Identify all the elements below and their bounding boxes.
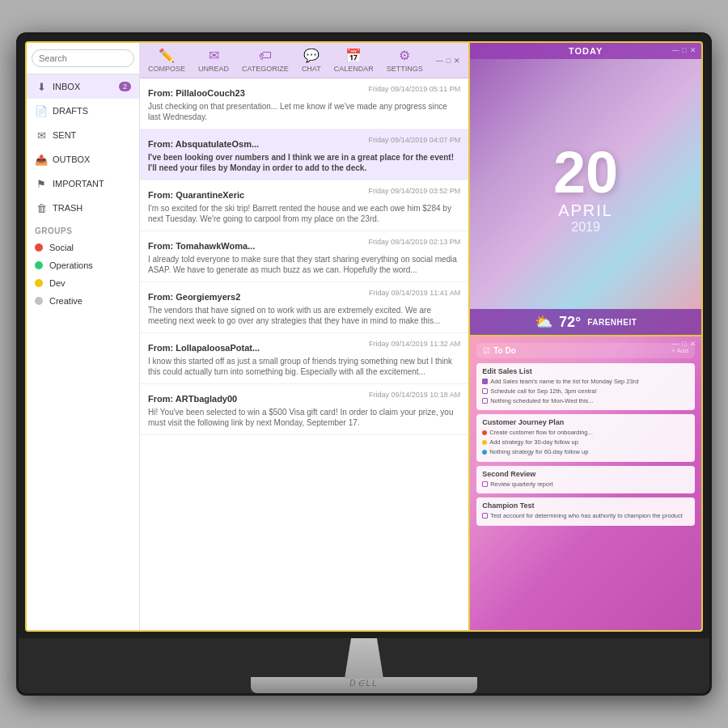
- todo-check-0-2[interactable]: [482, 398, 488, 404]
- todo-minimize[interactable]: —: [672, 340, 679, 348]
- unread-button[interactable]: ✉ UNREAD: [198, 48, 229, 73]
- email-item-1[interactable]: From: AbsquatulateOsm... Friday 09/14/20…: [140, 129, 468, 180]
- trash-icon: 🗑: [35, 201, 48, 214]
- dev-dot: [35, 279, 43, 287]
- calendar-month: APRIL: [558, 201, 613, 220]
- email-preview-4: The vendors that have signed on to work …: [148, 305, 460, 326]
- todo-card-title-0: Edit Sales List: [482, 367, 689, 375]
- todo-card-title-2: Second Review: [482, 470, 689, 478]
- sidebar-item-drafts[interactable]: 📄 DRAFTS: [27, 99, 139, 123]
- todo-dot-1-1: [482, 440, 487, 445]
- calendar-button[interactable]: 📅 CALENDAR: [334, 48, 374, 73]
- todo-card-item-2-0: Review quarterly report: [482, 480, 689, 489]
- chat-icon: 💬: [303, 48, 320, 63]
- email-date-6: Friday 09/14/2019 10:18 AM: [369, 391, 460, 399]
- outbox-label: OUTBOX: [53, 154, 90, 164]
- calendar-label: CALENDAR: [334, 65, 374, 73]
- settings-button[interactable]: ⚙ SETTINGS: [387, 48, 423, 73]
- cal-minimize[interactable]: —: [672, 46, 679, 54]
- temp-unit: FARENHEIT: [587, 318, 637, 327]
- sidebar: ⬇ INBOX 2 📄 DRAFTS ✉ SENT 📤 OUTBOX: [27, 43, 140, 630]
- sidebar-item-important[interactable]: ⚑ IMPORTANT: [27, 171, 139, 196]
- email-from-0: From: PillalooCouch23: [148, 88, 245, 98]
- cal-maximize[interactable]: □: [683, 46, 687, 54]
- trash-label: TRASH: [53, 203, 83, 213]
- sidebar-item-outbox[interactable]: 📤 OUTBOX: [27, 147, 139, 171]
- email-main: ✏️ COMPOSE ✉ UNREAD 🏷 CATEGORIZE 💬: [140, 43, 468, 630]
- email-item-6[interactable]: From: ARTbaglady00 Friday 09/14/2019 10:…: [140, 384, 468, 435]
- monitor-base: D∈LL: [251, 677, 477, 693]
- monitor-neck: [332, 638, 396, 679]
- email-preview-6: Hi! You've been selected to win a $500 V…: [148, 407, 460, 428]
- email-item-2[interactable]: From: QuarantineXeric Friday 09/14/2019 …: [140, 180, 468, 231]
- todo-win-controls: — □ ✕: [672, 340, 696, 348]
- settings-icon: ⚙: [399, 48, 410, 63]
- todo-check-3-0[interactable]: [482, 513, 488, 518]
- inbox-badge: 2: [119, 82, 131, 91]
- search-input[interactable]: [32, 49, 134, 67]
- sidebar-item-inbox[interactable]: ⬇ INBOX 2: [27, 74, 139, 99]
- important-icon: ⚑: [35, 177, 48, 190]
- todo-check-0-1[interactable]: [482, 388, 488, 394]
- email-from-4: From: Georgiemyers2: [148, 292, 240, 302]
- group-label-social: Social: [49, 243, 74, 252]
- email-preview-3: I already told everyone to make sure tha…: [148, 254, 460, 275]
- email-item-3[interactable]: From: TomahawkWoma... Friday 09/14/2019 …: [140, 231, 468, 282]
- chat-button[interactable]: 💬 CHAT: [302, 48, 321, 73]
- inbox-icon: ⬇: [35, 80, 48, 93]
- todo-card-item-0-0: Add Sales team's name to the list for Mo…: [482, 378, 689, 386]
- temperature: 72°: [559, 314, 581, 331]
- weather-bar: ⛅ 72° FARENHEIT: [470, 309, 701, 335]
- email-item-4[interactable]: From: Georgiemyers2 Friday 09/14/2019 11…: [140, 282, 468, 333]
- email-panel: ⬇ INBOX 2 📄 DRAFTS ✉ SENT 📤 OUTBOX: [27, 43, 470, 630]
- email-toolbar: ✏️ COMPOSE ✉ UNREAD 🏷 CATEGORIZE 💬: [140, 43, 468, 78]
- email-preview-5: I know this started off as just a small …: [148, 356, 460, 377]
- operations-dot: [35, 261, 43, 269]
- sidebar-item-sent[interactable]: ✉ SENT: [27, 123, 139, 147]
- creative-dot: [35, 297, 43, 305]
- group-item-creative[interactable]: Creative: [27, 292, 139, 310]
- screen-bezel: ⬇ INBOX 2 📄 DRAFTS ✉ SENT 📤 OUTBOX: [19, 35, 709, 638]
- group-item-operations[interactable]: Operations: [27, 256, 139, 274]
- todo-check-0-0[interactable]: [482, 379, 488, 384]
- calendar-panel: TODAY — □ ✕ 20 APRIL 2019 ⛅ 72° FARENHEI…: [470, 43, 701, 336]
- settings-label: SETTINGS: [387, 65, 423, 73]
- today-bar: TODAY: [470, 43, 701, 59]
- sent-icon: ✉: [35, 129, 48, 142]
- todo-content: ☑ To Do + Add Edit Sales List Add Sales …: [470, 336, 701, 630]
- todo-maximize[interactable]: □: [683, 340, 687, 348]
- email-date-4: Friday 09/14/2019 11:41 AM: [369, 289, 460, 297]
- minimize-button[interactable]: —: [436, 57, 443, 65]
- email-item-0[interactable]: From: PillalooCouch23 Friday 09/14/2019 …: [140, 78, 468, 129]
- close-button[interactable]: ✕: [454, 57, 460, 65]
- sidebar-item-trash[interactable]: 🗑 TRASH: [27, 196, 139, 220]
- calendar-win-controls: — □ ✕: [672, 46, 696, 54]
- todo-close[interactable]: ✕: [690, 340, 696, 348]
- calendar-day: 20: [553, 143, 618, 201]
- group-item-social[interactable]: Social: [27, 239, 139, 256]
- email-item-5[interactable]: From: LollapaloosaPotat... Friday 09/14/…: [140, 333, 468, 384]
- sent-label: SENT: [53, 130, 76, 140]
- maximize-button[interactable]: □: [447, 57, 451, 65]
- email-date-0: Friday 09/14/2019 05:11 PM: [369, 85, 461, 93]
- cal-close[interactable]: ✕: [690, 46, 696, 54]
- categorize-button[interactable]: 🏷 CATEGORIZE: [242, 49, 289, 73]
- email-date-2: Friday 09/14/2019 03:52 PM: [369, 187, 461, 195]
- group-item-dev[interactable]: Dev: [27, 274, 139, 292]
- email-date-5: Friday 09/14/2019 11:32 AM: [369, 340, 460, 348]
- email-preview-0: Just checking on that presentation... Le…: [148, 101, 460, 122]
- calendar-icon: 📅: [345, 48, 362, 63]
- search-bar: [27, 43, 139, 74]
- compose-label: COMPOSE: [148, 65, 185, 73]
- compose-button[interactable]: ✏️ COMPOSE: [148, 48, 185, 73]
- inbox-label: INBOX: [53, 82, 80, 91]
- todo-check-2-0[interactable]: [482, 481, 488, 487]
- outbox-icon: 📤: [35, 153, 48, 166]
- email-preview-1: I've been looking over numbers and I thi…: [148, 152, 460, 173]
- todo-card-item-3-0: Test account for determining who has aut…: [482, 512, 689, 520]
- chat-label: CHAT: [302, 65, 321, 73]
- email-from-6: From: ARTbaglady00: [148, 394, 237, 404]
- weather-icon: ⛅: [535, 313, 552, 331]
- categorize-label: CATEGORIZE: [242, 65, 289, 73]
- group-label-dev: Dev: [49, 278, 66, 288]
